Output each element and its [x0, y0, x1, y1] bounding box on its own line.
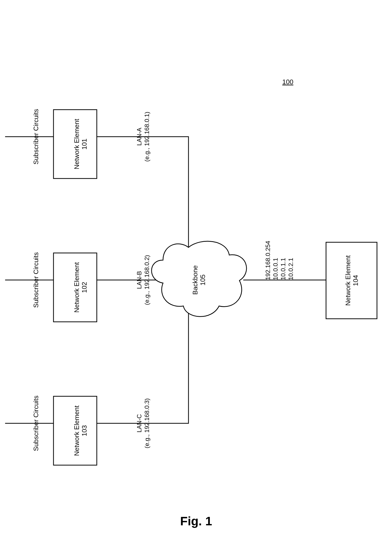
backbone-id: 105: [199, 274, 207, 285]
ne101-title: Network Element: [73, 119, 80, 169]
figure-number: 100: [282, 78, 293, 86]
link-ne101-backbone: [97, 137, 188, 247]
iface-ip1: 192.168.0.254: [264, 241, 271, 280]
iface-ip3: 10.0.1.1: [280, 258, 287, 280]
lan-a-name: LAN-A: [136, 128, 143, 146]
lan-b-ip: (e.g., 192.168.0.2): [143, 255, 150, 305]
figure-caption: Fig. 1: [180, 514, 212, 528]
ne102-title: Network Element: [73, 262, 80, 313]
link-ne103-backbone: [97, 312, 188, 423]
backbone-title: Backbone: [191, 265, 199, 295]
subscriber-label-c: Subscriber Circuits: [32, 396, 40, 451]
subscriber-label-b: Subscriber Circuits: [32, 252, 40, 308]
lan-c-ip: (e.g., 192.168.0.3): [143, 398, 150, 448]
iface-ip2: 10.0.0.1: [272, 258, 279, 280]
ne103-title: Network Element: [73, 405, 80, 456]
ne104-id: 104: [352, 275, 359, 286]
iface-ip4: 10.0.2.1: [287, 258, 294, 280]
ne104-title: Network Element: [344, 255, 352, 306]
lan-a-ip: (e.g., 192.168.0.1): [143, 112, 150, 162]
ne103-id: 103: [80, 425, 88, 436]
lan-b-name: LAN-B: [136, 271, 143, 289]
subscriber-label-a: Subscriber Circuits: [32, 109, 40, 164]
ne101-id: 101: [80, 138, 88, 149]
ne102-id: 102: [80, 282, 88, 293]
lan-c-name: LAN-C: [136, 414, 143, 432]
